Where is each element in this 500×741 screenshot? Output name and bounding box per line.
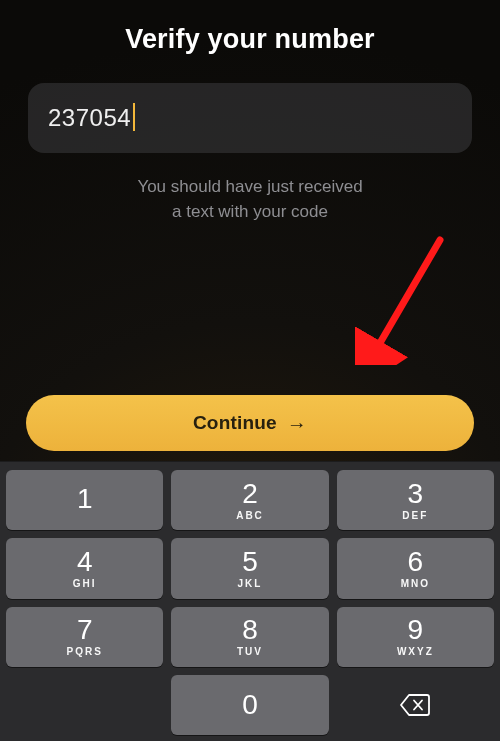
key-6[interactable]: 6 MNO xyxy=(337,538,494,598)
key-1[interactable]: 1 xyxy=(6,470,163,530)
key-digit: 7 xyxy=(77,616,93,644)
text-caret xyxy=(133,103,135,131)
key-7[interactable]: 7 PQRS xyxy=(6,607,163,667)
key-letters: WXYZ xyxy=(397,646,434,657)
help-text: You should have just received a text wit… xyxy=(137,175,362,224)
continue-label: Continue xyxy=(193,412,277,434)
key-blank xyxy=(6,675,163,735)
key-4[interactable]: 4 GHI xyxy=(6,538,163,598)
key-digit: 4 xyxy=(77,548,93,576)
key-backspace[interactable] xyxy=(337,675,494,735)
key-digit: 6 xyxy=(408,548,424,576)
code-value: 237054 xyxy=(48,104,131,132)
key-letters: PQRS xyxy=(66,646,102,657)
numeric-keypad: 1 2 ABC 3 DEF 4 GHI 5 JKL 6 MNO 7 PQRS 8 xyxy=(0,461,500,741)
key-letters: DEF xyxy=(402,510,428,521)
continue-button[interactable]: Continue → xyxy=(26,395,474,451)
backspace-icon xyxy=(400,694,430,716)
key-digit: 3 xyxy=(408,480,424,508)
key-2[interactable]: 2 ABC xyxy=(171,470,328,530)
key-digit: 2 xyxy=(242,480,258,508)
key-digit: 5 xyxy=(242,548,258,576)
key-8[interactable]: 8 TUV xyxy=(171,607,328,667)
page-title: Verify your number xyxy=(125,24,375,55)
arrow-right-icon: → xyxy=(287,413,307,436)
help-line-2: a text with your code xyxy=(137,200,362,225)
key-letters: GHI xyxy=(73,578,97,589)
key-letters: JKL xyxy=(238,578,263,589)
key-5[interactable]: 5 JKL xyxy=(171,538,328,598)
key-0[interactable]: 0 xyxy=(171,675,328,735)
key-letters: MNO xyxy=(401,578,430,589)
key-9[interactable]: 9 WXYZ xyxy=(337,607,494,667)
key-digit: 8 xyxy=(242,616,258,644)
key-digit: 0 xyxy=(242,691,258,719)
key-3[interactable]: 3 DEF xyxy=(337,470,494,530)
key-letters: TUV xyxy=(237,646,263,657)
key-digit: 9 xyxy=(408,616,424,644)
help-line-1: You should have just received xyxy=(137,175,362,200)
code-input[interactable]: 237054 xyxy=(28,83,472,153)
key-digit: 1 xyxy=(77,485,93,513)
key-letters: ABC xyxy=(236,510,264,521)
